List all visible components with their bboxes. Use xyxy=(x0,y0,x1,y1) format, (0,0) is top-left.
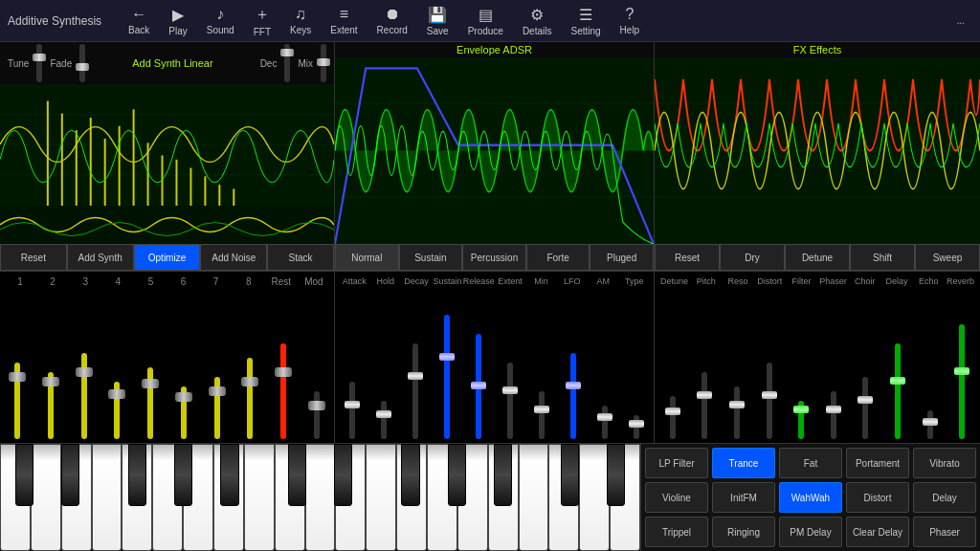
portament-button[interactable]: Portament xyxy=(846,448,909,478)
percussion-button[interactable]: Percussion xyxy=(462,244,526,271)
piano-key-b7[interactable] xyxy=(334,444,352,506)
filter-fx-slider[interactable] xyxy=(787,295,815,439)
details-button[interactable]: ⚙ Details xyxy=(515,2,560,40)
piano-keyboard[interactable]: .wkey { flex:1; background:linear-gradie… xyxy=(0,444,641,551)
extent-button[interactable]: ≡ Extent xyxy=(323,2,365,39)
phaser-fx-slider[interactable] xyxy=(819,295,848,439)
ch1-slider[interactable] xyxy=(4,295,32,439)
lp-filter-button[interactable]: LP Filter xyxy=(645,448,708,478)
fft-button[interactable]: ＋ FFT xyxy=(246,1,278,41)
vibrato-button[interactable]: Vibrato xyxy=(913,448,976,478)
initfm-button[interactable]: InitFM xyxy=(712,482,775,513)
keys-button[interactable]: ♫ Keys xyxy=(282,2,319,39)
piano-key-w20[interactable] xyxy=(579,444,610,551)
forte-button[interactable]: Forte xyxy=(526,244,590,271)
save-button[interactable]: 💾 Save xyxy=(419,2,457,40)
add-synth-button[interactable]: Add Synth xyxy=(67,244,134,271)
piano-key-b11[interactable] xyxy=(561,444,579,506)
fade-slider[interactable] xyxy=(79,44,85,82)
decay-slider[interactable] xyxy=(402,295,430,439)
optimize-button[interactable]: Optimize xyxy=(134,244,201,271)
record-button[interactable]: ⏺ Record xyxy=(369,2,415,39)
piano-key-w18[interactable] xyxy=(519,444,549,551)
fx-reset-button[interactable]: Reset xyxy=(655,244,720,271)
normal-button[interactable]: Normal xyxy=(335,244,399,271)
help-button[interactable]: ? Help xyxy=(612,2,648,39)
setting-button[interactable]: ☰ Setting xyxy=(563,2,608,40)
fat-button[interactable]: Fat xyxy=(779,448,842,478)
sustain-button[interactable]: Sustain xyxy=(399,244,463,271)
ch4-slider[interactable] xyxy=(103,295,131,439)
pluged-button[interactable]: Pluged xyxy=(590,244,654,271)
piano-key-w11[interactable] xyxy=(305,444,336,551)
ch3-slider[interactable] xyxy=(70,295,98,439)
shift-button[interactable]: Shift xyxy=(850,244,915,271)
detune-fx-slider[interactable] xyxy=(658,295,687,439)
min-label: Min xyxy=(525,276,556,286)
reso-fx-slider[interactable] xyxy=(723,295,751,439)
back-button[interactable]: ← Back xyxy=(121,2,157,39)
phaser-preset-button[interactable]: Phaser xyxy=(913,517,976,547)
trance-button[interactable]: Trance xyxy=(712,448,775,478)
produce-button[interactable]: ▤ Produce xyxy=(460,2,511,40)
tune-slider[interactable] xyxy=(36,44,42,82)
sustain-slider[interactable] xyxy=(434,295,461,439)
min-slider[interactable] xyxy=(527,295,555,439)
delay-button[interactable]: Delay xyxy=(913,482,976,513)
ch7-slider[interactable] xyxy=(203,295,231,439)
am-slider[interactable] xyxy=(590,295,618,439)
piano-key-w2[interactable] xyxy=(31,444,61,551)
trippel-button[interactable]: Trippel xyxy=(645,517,708,547)
sweep-button[interactable]: Sweep xyxy=(915,244,980,271)
clear-delay-button[interactable]: Clear Delay xyxy=(846,517,909,547)
echo-fx-slider[interactable] xyxy=(916,295,945,439)
pm-delay-button[interactable]: PM Delay xyxy=(779,517,842,547)
reverb-fx-slider[interactable] xyxy=(947,295,976,439)
stack-button[interactable]: Stack xyxy=(267,244,334,271)
distort-fx-slider[interactable] xyxy=(755,295,784,439)
dry-button[interactable]: Dry xyxy=(720,244,785,271)
piano-key-w4[interactable] xyxy=(92,444,122,551)
piano-key-b2[interactable] xyxy=(61,444,79,506)
piano-key-b6[interactable] xyxy=(288,444,306,506)
delay-fx-slider[interactable] xyxy=(883,295,912,439)
piano-key-w13[interactable] xyxy=(366,444,396,551)
piano-key-b4[interactable] xyxy=(174,444,192,506)
piano-key-b1[interactable] xyxy=(15,444,33,506)
type-slider[interactable] xyxy=(622,295,650,439)
distort-button[interactable]: Distort xyxy=(846,482,909,513)
mod-slider[interactable] xyxy=(302,295,330,439)
extent-slider[interactable] xyxy=(497,295,524,439)
sound-button[interactable]: ♪ Sound xyxy=(199,2,242,39)
record-label: Record xyxy=(377,25,408,35)
pitch-fx-slider[interactable] xyxy=(691,295,720,439)
reset-button[interactable]: Reset xyxy=(0,244,67,271)
piano-key-w9[interactable] xyxy=(244,444,275,551)
wahwah-button[interactable]: WahWah xyxy=(779,482,842,513)
release-slider[interactable] xyxy=(465,295,493,439)
echo-param-label: Echo xyxy=(913,276,945,286)
piano-key-b9[interactable] xyxy=(448,444,466,506)
play-button[interactable]: ▶ Play xyxy=(161,2,194,40)
ch2-slider[interactable] xyxy=(37,295,65,439)
rest-slider[interactable] xyxy=(270,295,298,439)
lfo-slider[interactable] xyxy=(559,295,587,439)
hold-slider[interactable] xyxy=(370,295,398,439)
ch8-slider[interactable] xyxy=(236,295,264,439)
piano-key-b3[interactable] xyxy=(128,444,146,506)
ch5-slider[interactable] xyxy=(137,295,165,439)
add-noise-button[interactable]: Add Noise xyxy=(200,244,267,271)
attack-slider[interactable] xyxy=(339,295,367,439)
ch6-slider[interactable] xyxy=(170,295,198,439)
piano-key-b8[interactable] xyxy=(401,444,419,506)
detune-button[interactable]: Detune xyxy=(785,244,850,271)
piano-key-b12[interactable] xyxy=(607,444,625,506)
choir-fx-slider[interactable] xyxy=(852,295,880,439)
violine-button[interactable]: Violine xyxy=(645,482,708,513)
mix-slider[interactable] xyxy=(321,44,326,82)
dec-slider[interactable] xyxy=(284,44,290,82)
more-button[interactable]: ... xyxy=(949,11,972,30)
piano-key-b10[interactable] xyxy=(494,444,512,506)
piano-key-b5[interactable] xyxy=(220,444,238,506)
ringing-button[interactable]: Ringing xyxy=(712,517,775,547)
